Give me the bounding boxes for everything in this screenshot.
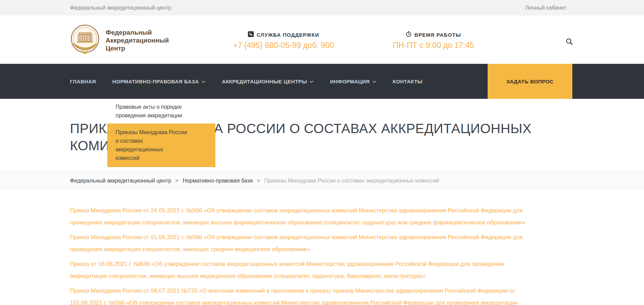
nav-item-label: НОРМАТИВНО-ПРАВОВАЯ БАЗА — [112, 79, 199, 84]
chevron-down-icon — [372, 81, 376, 83]
title-section: ПРИКАЗЫ МИНЗДРАВА РОССИИ О СОСТАВАХ АККР… — [0, 99, 644, 154]
support-label: СЛУЖБА ПОДДЕРЖКИ — [257, 32, 319, 38]
work-hours-block: ВРЕМЯ РАБОТЫ ПН-ПТ с 9:00 до 17:45 — [372, 31, 495, 50]
breadcrumb-legal-base-link[interactable]: Нормативно-правовая база — [183, 178, 253, 184]
nav-item-label: КОНТАКТЫ — [393, 79, 422, 84]
document-link-line: Приказ Минздрава России от 01.06.2021 г.… — [70, 231, 574, 243]
document-link-line: 101.06.2021 г. №566 «Об утверждении сост… — [70, 297, 574, 305]
breadcrumb-separator: > — [257, 178, 260, 184]
document-link-line: проведения аккредитации специалистов, им… — [70, 243, 574, 255]
document-link-line: аккредитации специалистов, имеющих высше… — [70, 270, 574, 282]
nav-item-information[interactable]: ИНФОРМАЦИЯ — [330, 79, 376, 84]
document-link-638[interactable]: Приказ от 16.06.2021 г. №638 «Об утвержд… — [70, 258, 574, 282]
accreditation-center-emblem-icon — [70, 24, 100, 56]
dropdown-item-line: аккредитационных — [116, 145, 207, 154]
chevron-down-icon — [310, 81, 313, 83]
phone-square-icon — [248, 31, 254, 38]
support-phone[interactable]: +7 (495) 680-05-99 доб. 900 — [212, 41, 356, 50]
document-link-line: проведения аккредитации специалистов, им… — [70, 216, 574, 228]
dropdown-item-line: проведения аккредитации — [116, 111, 207, 120]
logo-link[interactable]: Федеральный Аккредитационный Центр — [70, 24, 169, 56]
document-link-line: Приказ от 16.06.2021 г. №638 «Об утвержд… — [70, 258, 574, 270]
breadcrumb-bar: Федеральный аккредитационный центр > Нор… — [0, 172, 644, 189]
search-button[interactable] — [564, 37, 574, 47]
topbar-site-link[interactable]: Федеральный аккредитационный центр — [70, 5, 171, 11]
dropdown-item-legal-acts[interactable]: Правовые акты о порядке проведения аккре… — [107, 99, 215, 124]
topbar: Федеральный аккредитационный центр Личны… — [0, 0, 644, 15]
logo-text-line: Федеральный — [106, 28, 169, 36]
nav-item-label: ГЛАВНАЯ — [70, 79, 96, 84]
dropdown-item-minzdrav-orders[interactable]: Приказы Минздрава России о составах аккр… — [107, 124, 215, 167]
dropdown-item-line: комиссий — [116, 154, 207, 162]
dropdown-item-line: Приказы Минздрава России — [116, 128, 207, 137]
dropdown-item-line: о составах — [116, 137, 207, 145]
breadcrumb-home-link[interactable]: Федеральный аккредитационный центр — [70, 178, 171, 184]
ask-question-button[interactable]: ЗАДАТЬ ВОПРОС — [488, 64, 572, 99]
personal-account-link[interactable]: Личный кабинет — [525, 5, 567, 11]
hours-value: ПН-ПТ с 9:00 до 17:45 — [372, 41, 495, 50]
breadcrumb-current-page: Приказы Минздрава России о составах аккр… — [264, 178, 439, 184]
logo-text-line: Центр — [106, 44, 169, 52]
clock-icon — [406, 31, 412, 38]
document-link-line: Приказ Минздрава России от 24.05.2021 г.… — [70, 204, 574, 216]
dropdown-item-line: Правовые акты о порядке — [116, 103, 207, 111]
hours-label: ВРЕМЯ РАБОТЫ — [414, 32, 461, 38]
main-navigation: ГЛАВНАЯ НОРМАТИВНО-ПРАВОВАЯ БАЗА АККРЕДИ… — [0, 64, 644, 99]
logo-text-line: Аккредитационный — [106, 36, 169, 44]
documents-list: Приказ Минздрава России от 24.05.2021 г.… — [70, 204, 574, 305]
document-link-735[interactable]: Приказ Минздрава России от 08.07.2021 №7… — [70, 285, 574, 305]
search-icon — [565, 37, 573, 47]
chevron-down-icon — [202, 81, 205, 83]
nav-item-contacts[interactable]: КОНТАКТЫ — [393, 79, 422, 84]
document-link-566[interactable]: Приказ Минздрава России от 01.06.2021 г.… — [70, 231, 574, 255]
nav-item-accreditation-centers[interactable]: АККРЕДИТАЦИОННЫЕ ЦЕНТРЫ — [222, 79, 313, 84]
breadcrumb: Федеральный аккредитационный центр > Нор… — [70, 172, 644, 189]
breadcrumb-separator: > — [175, 178, 178, 184]
nav-item-label: АККРЕДИТАЦИОННЫЕ ЦЕНТРЫ — [222, 79, 307, 84]
document-link-line: Приказ Минздрава России от 08.07.2021 №7… — [70, 285, 574, 297]
header: Федеральный Аккредитационный Центр СЛУЖБ… — [0, 15, 644, 64]
nav-item-label: ИНФОРМАЦИЯ — [330, 79, 370, 84]
nav-item-home[interactable]: ГЛАВНАЯ — [70, 79, 96, 84]
legal-base-dropdown: Правовые акты о порядке проведения аккре… — [107, 99, 215, 167]
page: Федеральный аккредитационный центр Личны… — [0, 0, 644, 305]
support-block: СЛУЖБА ПОДДЕРЖКИ +7 (495) 680-05-99 доб.… — [212, 31, 356, 50]
logo-text: Федеральный Аккредитационный Центр — [106, 28, 169, 52]
document-link-506[interactable]: Приказ Минздрава России от 24.05.2021 г.… — [70, 204, 574, 228]
nav-item-legal-base[interactable]: НОРМАТИВНО-ПРАВОВАЯ БАЗА — [112, 79, 205, 84]
